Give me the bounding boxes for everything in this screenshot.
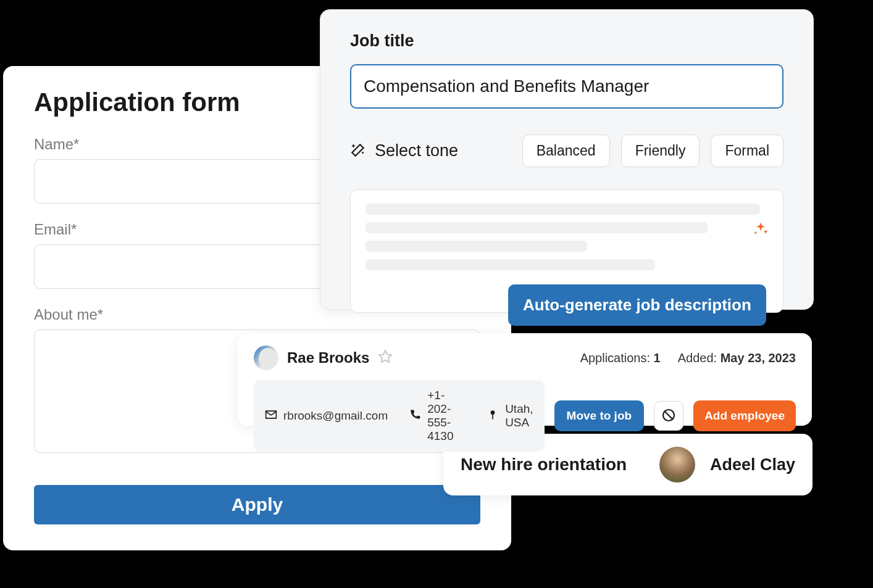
candidate-email: rbrooks@gmail.com [265,408,388,424]
sparkle-icon [752,221,769,241]
tone-formal-button[interactable]: Formal [711,135,783,167]
skeleton-line [365,241,587,252]
auto-generate-button[interactable]: Auto-generate job description [508,284,766,326]
applications-count: Applications: 1 [580,351,661,365]
envelope-icon [265,408,277,424]
map-pin-icon [487,408,499,424]
add-employee-button[interactable]: Add employee [693,400,796,431]
candidate-header: Rae Brooks Applications: 1 Added: May 23… [254,346,796,370]
candidate-location: Utah, USA [487,402,533,429]
star-icon[interactable] [378,349,393,366]
job-title-input[interactable] [350,64,783,109]
svg-line-3 [665,411,673,419]
person-name: Adeel Clay [710,455,795,474]
skeleton-line [365,204,760,215]
tone-friendly-button[interactable]: Friendly [621,135,700,167]
job-title-label: Job title [350,31,783,51]
svg-point-1 [491,410,495,415]
tone-row: Select tone Balanced Friendly Formal [350,135,783,167]
block-icon [661,408,676,424]
select-tone-label: Select tone [375,141,458,160]
apply-button[interactable]: Apply [34,485,480,524]
reject-button[interactable] [654,401,683,431]
candidate-actions-row: rbrooks@gmail.com +1-202-555-4130 Utah, … [254,380,796,452]
person-avatar [659,447,695,482]
candidate-info-strip: rbrooks@gmail.com +1-202-555-4130 Utah, … [254,380,545,452]
svg-marker-0 [379,350,391,362]
tone-balanced-button[interactable]: Balanced [522,135,610,167]
orientation-title: New hire orientation [461,455,645,474]
job-generator-card: Job title Select tone Balanced Friendly … [320,9,814,310]
magic-wand-icon [350,142,366,160]
candidate-meta: Applications: 1 Added: May 23, 2023 [580,351,796,365]
candidate-card: Rae Brooks Applications: 1 Added: May 23… [238,333,812,426]
candidate-phone: +1-202-555-4130 [409,389,466,443]
move-to-job-button[interactable]: Move to job [554,400,645,431]
added-date: Added: May 23, 2023 [678,351,796,365]
candidate-name: Rae Brooks [287,349,369,366]
skeleton-line [365,259,655,270]
phone-icon [409,408,421,424]
skeleton-line [365,222,708,233]
candidate-avatar [254,346,278,370]
